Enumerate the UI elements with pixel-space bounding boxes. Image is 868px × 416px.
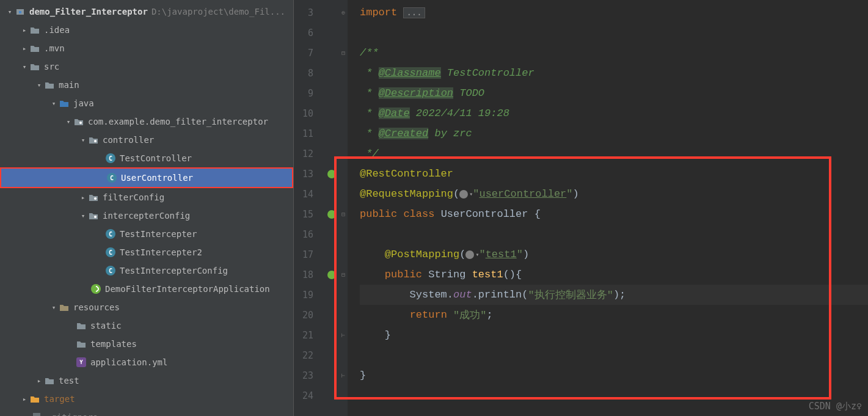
- module-name: demo_Filter_Interceptor: [29, 7, 148, 16]
- project-tree[interactable]: ▾ demo_Filter_Interceptor D:\javaproject…: [0, 0, 293, 416]
- line-number[interactable]: 24: [294, 385, 324, 406]
- tree-class-usercontroller[interactable]: C UserController: [0, 167, 293, 188]
- line-number[interactable]: 23: [294, 365, 324, 385]
- tree-class-testinterceptor2[interactable]: C TestIntercepter2: [0, 243, 293, 261]
- tree-folder-test[interactable]: ▸ test: [0, 371, 293, 390]
- chevron-right-icon[interactable]: ▸: [20, 26, 29, 34]
- chevron-right-icon[interactable]: ▸: [78, 194, 88, 202]
- class-icon: C: [105, 153, 116, 164]
- chevron-down-icon[interactable]: ▾: [78, 136, 88, 144]
- line-number[interactable]: 21: [294, 325, 324, 345]
- chevron-down-icon[interactable]: ▾: [49, 304, 59, 312]
- tree-package-controller[interactable]: ▾ controller: [0, 131, 293, 149]
- class-icon: C: [105, 265, 116, 276]
- line-number[interactable]: 11: [294, 123, 324, 144]
- class-icon: C: [105, 247, 116, 258]
- chevron-right-icon[interactable]: ▸: [20, 395, 29, 403]
- package-icon: [73, 116, 84, 127]
- chevron-down-icon[interactable]: ▾: [49, 100, 59, 108]
- chevron-right-icon[interactable]: ▸: [20, 45, 29, 53]
- line-number[interactable]: 3: [294, 2, 324, 23]
- spring-leaf-icon[interactable]: [327, 210, 336, 219]
- module-icon: [15, 6, 26, 17]
- folder-icon: [76, 320, 87, 331]
- code-area[interactable]: import ... /** * @Classname TestControll…: [348, 0, 868, 416]
- folder-icon: [76, 338, 87, 349]
- svg-rect-1: [19, 11, 21, 13]
- tree-folder-target[interactable]: ▸ target: [0, 390, 293, 408]
- chevron-down-icon[interactable]: ▾: [78, 212, 88, 220]
- spring-leaf-icon[interactable]: [327, 271, 336, 279]
- package-icon: [88, 210, 99, 221]
- tree-class-application[interactable]: DemoFilterInterceptorApplication: [0, 280, 293, 298]
- gutter[interactable]: 3 6 7 8 9 10 11 12 13 14 15 16 17 18 19 …: [294, 0, 324, 416]
- tree-folder-templates[interactable]: templates: [0, 335, 293, 353]
- tree-package[interactable]: ▾ com.example.demo_filter_interceptor: [0, 112, 293, 131]
- editor-panel: 3 6 7 8 9 10 11 12 13 14 15 16 17 18 19 …: [294, 0, 868, 416]
- line-number[interactable]: 18: [294, 265, 324, 285]
- source-folder-icon: [59, 98, 70, 109]
- chevron-down-icon[interactable]: ▾: [20, 63, 29, 71]
- line-number[interactable]: 8: [294, 63, 324, 83]
- class-icon: C: [105, 228, 116, 239]
- folder-icon: [29, 43, 40, 54]
- tree-folder-java[interactable]: ▾ java: [0, 94, 293, 112]
- fold-column[interactable]: ⊕⊟ ⊟ ⊟ ⊢⊢: [339, 0, 348, 416]
- tree-folder-mvn[interactable]: ▸ .mvn: [0, 39, 293, 57]
- chevron-down-icon[interactable]: ▾: [34, 81, 44, 89]
- package-icon: [88, 192, 99, 203]
- tree-folder-resources[interactable]: ▾ resources: [0, 298, 293, 316]
- folder-icon: [44, 375, 55, 386]
- tree-package-interceptorconfig[interactable]: ▾ intercepterConfig: [0, 206, 293, 225]
- folder-icon: [44, 79, 55, 90]
- tree-class-testinterceptor[interactable]: C TestIntercepter: [0, 225, 293, 243]
- svg-rect-6: [33, 413, 40, 416]
- svg-point-4: [94, 197, 97, 200]
- tree-file-gitignore[interactable]: .gitignore: [0, 408, 293, 416]
- line-number[interactable]: 7: [294, 43, 324, 63]
- svg-point-5: [94, 216, 97, 218]
- fold-placeholder[interactable]: ...: [403, 7, 425, 18]
- spring-icon: [90, 283, 101, 294]
- line-number[interactable]: 17: [294, 244, 324, 265]
- file-icon: [32, 412, 43, 416]
- line-number[interactable]: 15: [294, 204, 324, 224]
- chevron-right-icon[interactable]: ▸: [34, 377, 44, 385]
- gutter-icons: [324, 0, 339, 416]
- line-number[interactable]: 16: [294, 224, 324, 244]
- line-number[interactable]: 6: [294, 23, 324, 43]
- folder-icon: [29, 24, 40, 35]
- web-icon: [459, 190, 468, 199]
- line-number[interactable]: 9: [294, 83, 324, 103]
- line-number[interactable]: 12: [294, 144, 324, 164]
- tree-module-root[interactable]: ▾ demo_Filter_Interceptor D:\javaproject…: [0, 2, 293, 21]
- web-icon: [465, 250, 474, 259]
- chevron-down-icon[interactable]: ▾: [64, 118, 73, 126]
- line-number[interactable]: 19: [294, 285, 324, 305]
- package-icon: [88, 134, 99, 145]
- line-number[interactable]: 14: [294, 184, 324, 204]
- module-path: D:\javaproject\demo_Fil...: [151, 7, 285, 16]
- tree-folder-static[interactable]: static: [0, 316, 293, 335]
- line-number[interactable]: 22: [294, 345, 324, 365]
- line-number[interactable]: 20: [294, 305, 324, 325]
- line-number[interactable]: 13: [294, 164, 324, 184]
- svg-point-3: [94, 140, 97, 142]
- tree-folder-idea[interactable]: ▸ .idea: [0, 21, 293, 39]
- svg-point-2: [79, 122, 82, 124]
- folder-excluded-icon: [29, 393, 40, 404]
- spring-leaf-icon[interactable]: [327, 170, 336, 178]
- tree-file-yml[interactable]: Y application.yml: [0, 353, 293, 371]
- tree-class-testinterceptorconfig[interactable]: C TestIntercepterConfig: [0, 261, 293, 280]
- tree-folder-main[interactable]: ▾ main: [0, 76, 293, 94]
- tree-package-filterconfig[interactable]: ▸ filterConfig: [0, 188, 293, 206]
- resource-folder-icon: [59, 302, 70, 313]
- chevron-down-icon[interactable]: ▾: [5, 8, 15, 16]
- project-tree-panel: ▾ demo_Filter_Interceptor D:\javaproject…: [0, 0, 294, 416]
- line-number[interactable]: 10: [294, 103, 324, 123]
- tree-folder-src[interactable]: ▾ src: [0, 57, 293, 76]
- folder-icon: [29, 61, 40, 72]
- watermark: CSDN @小z♀: [809, 401, 862, 412]
- class-icon: C: [106, 172, 117, 183]
- tree-class-testcontroller[interactable]: C TestController: [0, 149, 293, 167]
